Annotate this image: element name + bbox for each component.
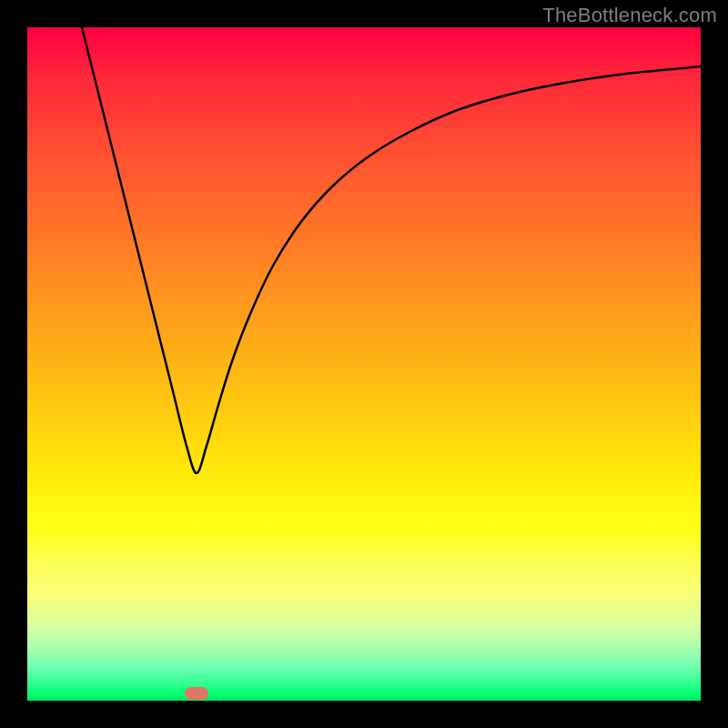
- bottleneck-curve: [82, 27, 701, 473]
- curve-svg: [27, 27, 701, 701]
- watermark-text: TheBottleneck.com: [542, 4, 717, 27]
- plot-area: [27, 27, 701, 701]
- chart-root: TheBottleneck.com: [0, 0, 728, 728]
- minimum-marker: [185, 687, 208, 700]
